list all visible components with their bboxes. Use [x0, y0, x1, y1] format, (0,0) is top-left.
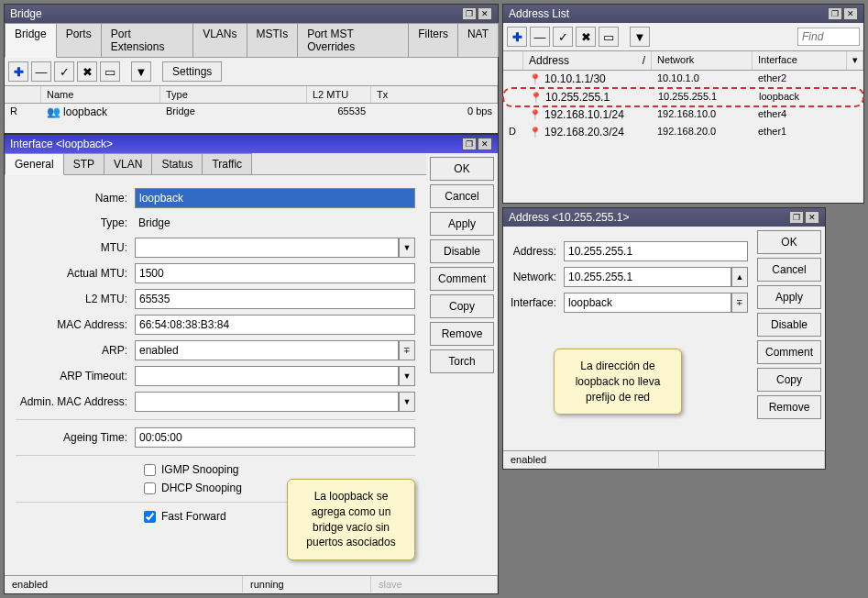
ok-button[interactable]: OK — [430, 157, 494, 181]
disable-button[interactable]: ✖ — [576, 27, 596, 47]
close-icon[interactable]: ✕ — [478, 7, 492, 20]
col-network[interactable]: Network — [652, 51, 753, 70]
comment-button[interactable]: Comment — [430, 267, 494, 291]
chevron-updown-icon[interactable]: ∓ — [731, 293, 748, 313]
disable-button[interactable]: Disable — [430, 239, 494, 263]
pin-icon: 📍 — [530, 92, 543, 103]
tab-traffic[interactable]: Traffic — [202, 153, 252, 174]
chevron-up-icon[interactable]: ▲ — [731, 267, 748, 287]
tab-stp[interactable]: STP — [63, 153, 104, 174]
col-l2mtu[interactable]: L2 MTU — [307, 86, 371, 103]
table-row[interactable]: 📍 10.10.1.1/30 10.10.1.0 ether2 — [503, 71, 863, 88]
restore-icon[interactable]: ❐ — [789, 211, 804, 224]
tab-port-mst-overrides[interactable]: Port MST Overrides — [297, 23, 409, 57]
type-field — [135, 214, 415, 232]
tab-vlan[interactable]: VLAN — [104, 153, 152, 174]
chevron-down-icon[interactable]: ▼ — [399, 366, 415, 386]
apply-button[interactable]: Apply — [430, 212, 494, 236]
col-name[interactable]: Name — [41, 86, 160, 103]
mac-field[interactable] — [135, 315, 415, 335]
label-actual-mtu: Actual MTU: — [16, 267, 135, 280]
copy-button[interactable]: Copy — [430, 294, 494, 318]
dhcp-checkbox[interactable] — [144, 482, 156, 494]
fast-forward-checkbox[interactable] — [144, 511, 156, 523]
tab-bridge[interactable]: Bridge — [5, 23, 57, 58]
col-type[interactable]: Type — [160, 86, 307, 103]
remove-button[interactable]: Remove — [430, 322, 494, 346]
tab-nat[interactable]: NAT — [457, 23, 499, 57]
cancel-button[interactable]: Cancel — [430, 184, 494, 208]
remove-button[interactable]: — — [31, 61, 51, 82]
col-flag[interactable] — [5, 86, 41, 103]
table-row-highlighted[interactable]: 📍 10.255.255.1 10.255.255.1 loopback — [502, 87, 864, 107]
pin-icon: 📍 — [529, 73, 542, 84]
remove-button[interactable]: — — [530, 27, 550, 47]
enable-button[interactable]: ✓ — [553, 27, 573, 47]
restore-icon[interactable]: ❐ — [828, 7, 842, 20]
arp-field[interactable] — [135, 340, 399, 360]
close-icon[interactable]: ✕ — [805, 211, 819, 224]
callout-address: La dirección de loopback no lleva prefij… — [554, 349, 682, 415]
comment-button[interactable]: Comment — [757, 340, 821, 364]
filter-icon[interactable]: ▼ — [131, 61, 151, 82]
restore-icon[interactable]: ❐ — [462, 7, 477, 20]
cancel-button[interactable]: Cancel — [757, 258, 821, 282]
table-row[interactable]: R 👥 loopback Bridge 65535 0 bps — [5, 104, 498, 121]
close-icon[interactable]: ✕ — [843, 7, 858, 20]
chevron-down-icon[interactable]: ▼ — [399, 238, 415, 258]
disable-button[interactable]: ✖ — [77, 61, 97, 82]
ageing-field[interactable] — [135, 427, 415, 448]
col-flag[interactable] — [503, 51, 523, 70]
arp-timeout-field[interactable] — [135, 366, 399, 386]
close-icon[interactable]: ✕ — [478, 138, 492, 150]
interface-field[interactable] — [564, 293, 731, 313]
name-field[interactable] — [135, 188, 415, 208]
filter-icon[interactable]: ▼ — [630, 27, 650, 47]
apply-button[interactable]: Apply — [757, 285, 821, 309]
tab-ports[interactable]: Ports — [56, 23, 102, 57]
disable-button[interactable]: Disable — [757, 313, 821, 337]
address-window: Address <10.255.255.1> ❐ ✕ Address: Netw… — [502, 207, 826, 470]
pin-icon: 📍 — [529, 127, 542, 138]
address-field[interactable] — [564, 241, 748, 261]
add-button[interactable]: ✚ — [8, 61, 28, 82]
tab-status[interactable]: Status — [151, 153, 203, 174]
tab-mstis[interactable]: MSTIs — [247, 23, 299, 57]
col-more[interactable]: ▾ — [847, 51, 863, 70]
tab-filters[interactable]: Filters — [408, 23, 458, 57]
tab-port-extensions[interactable]: Port Extensions — [101, 23, 193, 57]
status-slave: slave — [371, 576, 498, 592]
actual-mtu-field[interactable] — [135, 263, 415, 283]
torch-button[interactable]: Torch — [430, 349, 494, 373]
chevron-updown-icon[interactable]: ∓ — [399, 340, 415, 360]
restore-icon[interactable]: ❐ — [462, 138, 477, 150]
col-address[interactable]: Address/ — [523, 51, 652, 70]
row-l2mtu: 65535 — [307, 104, 371, 120]
igmp-checkbox[interactable] — [144, 464, 156, 476]
mtu-field[interactable] — [135, 238, 399, 258]
remove-button[interactable]: Remove — [757, 395, 821, 419]
enable-button[interactable]: ✓ — [54, 61, 74, 82]
col-interface[interactable]: Interface — [753, 51, 847, 70]
table-row[interactable]: 📍 192.168.10.1/24 192.168.10.0 ether4 — [503, 106, 863, 124]
find-input[interactable] — [797, 28, 860, 46]
bridge-toolbar: ✚ — ✓ ✖ ▭ ▼ Settings — [5, 58, 498, 86]
l2mtu-field[interactable] — [135, 289, 415, 309]
tab-general[interactable]: General — [5, 153, 64, 175]
network-field[interactable] — [564, 267, 731, 287]
comment-button[interactable]: ▭ — [599, 27, 619, 47]
copy-button[interactable]: Copy — [757, 368, 821, 392]
status-running: running — [243, 576, 371, 592]
col-tx[interactable]: Tx — [371, 86, 498, 103]
label-igmp: IGMP Snooping — [161, 463, 239, 476]
comment-button[interactable]: ▭ — [100, 61, 120, 82]
settings-button[interactable]: Settings — [162, 61, 222, 82]
table-row[interactable]: D 📍 192.168.20.3/24 192.168.20.0 ether1 — [503, 124, 863, 141]
admin-mac-field[interactable] — [135, 392, 399, 412]
tab-vlans[interactable]: VLANs — [192, 23, 247, 57]
add-button[interactable]: ✚ — [507, 27, 527, 47]
pin-icon: 📍 — [529, 109, 542, 120]
ok-button[interactable]: OK — [757, 230, 821, 254]
chevron-down-icon[interactable]: ▼ — [399, 392, 415, 412]
label-admin-mac: Admin. MAC Address: — [16, 395, 135, 408]
